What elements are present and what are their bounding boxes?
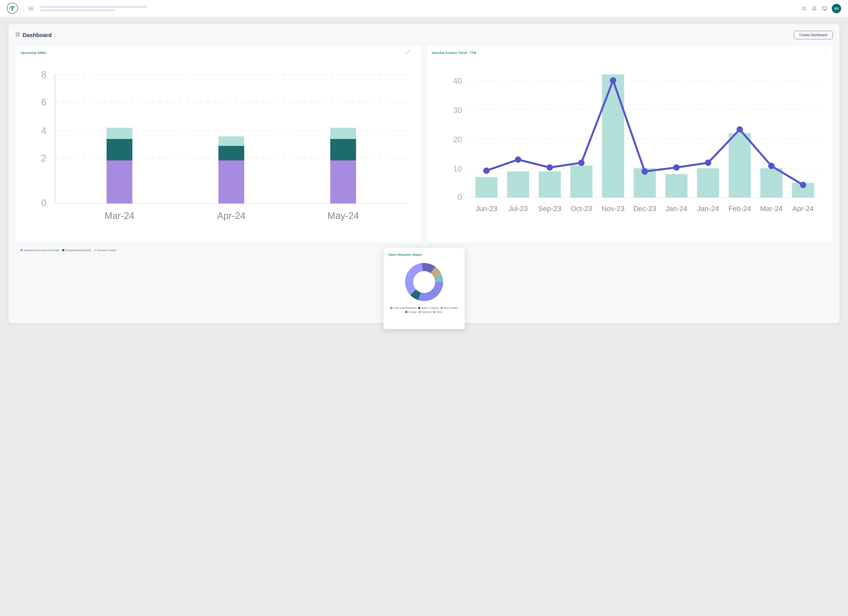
legend-overdue: Overdue <box>405 311 417 313</box>
donut-chart <box>403 261 445 303</box>
logo[interactable] <box>7 3 23 15</box>
search-bar-area <box>40 6 147 11</box>
gbm-bar-chart: 8 6 4 2 0 <box>21 58 417 245</box>
create-dashboard-button[interactable]: Create Dashboard <box>794 31 833 39</box>
hamburger-menu[interactable] <box>28 7 34 10</box>
legend-submitted-label: Submitted <box>422 311 431 313</box>
bar-jan24a <box>665 174 688 197</box>
overdue-actions-menu[interactable]: ⋮ <box>823 50 827 55</box>
svg-text:May-24: May-24 <box>328 211 359 221</box>
legend-litigation-dot <box>418 307 420 309</box>
svg-text:8: 8 <box>41 69 46 80</box>
legend-overdue-disputes-dot <box>405 311 408 313</box>
charts-row: Upcoming GBMs ⋮ <box>15 45 833 243</box>
legend-negotiation: Claim under Negotiation <box>390 307 417 309</box>
legend-others: Others <box>433 311 443 313</box>
dot-apr24 <box>800 182 806 188</box>
dot-jul23 <box>515 156 521 163</box>
legend-others-label: Others <box>436 311 443 313</box>
disputes-legend: Claim under Negotiation Matter in Litiga… <box>388 307 460 313</box>
svg-text:4: 4 <box>41 125 46 136</box>
dashboard-header: Dashboard Create Dashboard <box>15 31 833 39</box>
svg-text:30: 30 <box>453 105 462 114</box>
svg-text:6: 6 <box>41 97 46 107</box>
legend-overdue-disputes-label: Overdue <box>409 311 417 313</box>
upcoming-gbms-title: Upcoming GBMs <box>21 51 46 55</box>
svg-text:20: 20 <box>453 135 462 144</box>
legend-litigation-label: Matter in Litigation <box>421 307 439 309</box>
legend-newly-created-label: Newly Created <box>444 307 458 309</box>
donut-chart-container <box>388 261 460 303</box>
svg-rect-9 <box>18 35 19 36</box>
svg-text:0: 0 <box>41 197 46 208</box>
notification-icon[interactable] <box>811 6 817 12</box>
dashboard-grid-icon <box>15 32 20 38</box>
disputes-more-icon[interactable]: ⋮ <box>455 252 460 257</box>
search-bar-1 <box>40 6 147 8</box>
svg-text:Oct-23: Oct-23 <box>571 205 592 212</box>
dashboard-title: Dashboard <box>23 32 52 39</box>
floating-card-wrapper: Open Disputes Status ⋮ <box>15 248 833 316</box>
main-content: Dashboard Create Dashboard Upcoming GBMs <box>0 17 848 616</box>
svg-text:Nov-23: Nov-23 <box>602 205 624 212</box>
dot-dec23 <box>642 168 648 175</box>
bar-jul23 <box>507 171 529 197</box>
svg-text:Jul-23: Jul-23 <box>509 205 528 212</box>
svg-text:Jan-24: Jan-24 <box>697 205 719 212</box>
bar-feb24 <box>728 133 751 197</box>
svg-text:2: 2 <box>41 153 46 163</box>
dot-oct23 <box>578 159 585 166</box>
svg-rect-3 <box>823 7 826 9</box>
expand-icon[interactable] <box>406 50 410 55</box>
dashboard-card: Dashboard Create Dashboard Upcoming GBMs <box>9 24 839 323</box>
overdue-actions-panel: Overdue Actions Trend - TTM ⋮ 40 30 <box>427 45 833 243</box>
bar-mar-cab <box>107 139 132 160</box>
donut-center <box>413 271 435 293</box>
svg-line-2 <box>805 9 806 10</box>
upcoming-gbms-actions: ⋮ <box>406 50 417 55</box>
dot-sep23 <box>546 165 553 171</box>
dot-nov23 <box>610 77 616 84</box>
bar-sep23 <box>538 171 561 197</box>
legend-litigation: Matter in Litigation <box>418 307 439 309</box>
svg-rect-6 <box>16 33 17 34</box>
bar-jan24b <box>697 168 719 197</box>
bar-nov23 <box>602 74 624 197</box>
legend-submitted-dot <box>418 311 421 313</box>
svg-text:Jan-24: Jan-24 <box>666 205 687 212</box>
svg-text:Mar-24: Mar-24 <box>760 205 783 212</box>
upcoming-gbms-header: Upcoming GBMs ⋮ <box>21 50 417 55</box>
legend-submitted: Submitted <box>418 311 431 313</box>
disputes-title: Open Disputes Status <box>388 253 422 256</box>
legend-negotiation-dot <box>390 307 393 309</box>
bar-mar24 <box>760 168 782 197</box>
overdue-actions-title: Overdue Actions Trend - TTM <box>432 51 476 55</box>
open-disputes-panel: Open Disputes Status ⋮ <box>384 248 465 329</box>
bar-may-cab <box>330 139 356 160</box>
more-options-icon[interactable]: ⋮ <box>412 50 417 55</box>
screen-icon[interactable] <box>821 6 827 12</box>
search-icon[interactable] <box>801 6 807 12</box>
overdue-chart: 40 30 20 10 0 <box>432 58 828 245</box>
bar-jun23 <box>475 177 497 197</box>
svg-text:40: 40 <box>453 76 462 85</box>
dot-feb24 <box>737 126 743 133</box>
svg-text:Apr-24: Apr-24 <box>792 205 814 212</box>
dashboard-title-group: Dashboard <box>15 32 52 39</box>
bar-apr-ogc <box>218 160 244 203</box>
bar-apr-cab <box>218 146 244 160</box>
user-avatar[interactable]: SG <box>832 4 841 13</box>
dot-jun23 <box>483 168 489 174</box>
more-options-overdue-icon[interactable]: ⋮ <box>823 50 827 55</box>
legend-negotiation-label: Claim under Negotiation <box>394 307 417 309</box>
bar-may-exec <box>330 128 356 139</box>
svg-text:Sep-23: Sep-23 <box>538 205 561 212</box>
bar-mar-ogc <box>107 160 132 203</box>
search-bar-2 <box>40 9 115 11</box>
overdue-actions-header: Overdue Actions Trend - TTM ⋮ <box>432 50 828 55</box>
svg-rect-8 <box>16 35 17 36</box>
svg-text:Dec-23: Dec-23 <box>633 205 656 212</box>
disputes-header: Open Disputes Status ⋮ <box>388 252 460 257</box>
upcoming-gbms-panel: Upcoming GBMs ⋮ <box>15 45 421 243</box>
svg-rect-7 <box>18 33 19 34</box>
